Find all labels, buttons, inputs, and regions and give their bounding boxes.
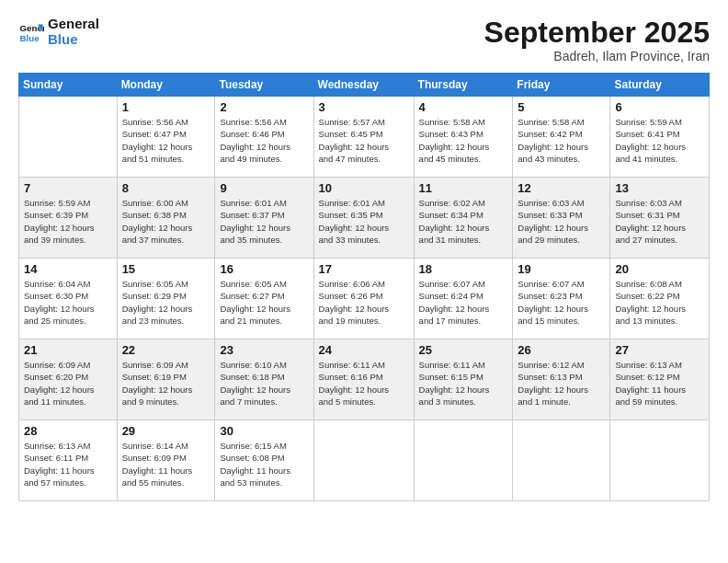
- calendar-cell: 3Sunrise: 5:57 AMSunset: 6:45 PMDaylight…: [313, 97, 414, 178]
- calendar-cell: 21Sunrise: 6:09 AMSunset: 6:20 PMDayligh…: [19, 339, 118, 420]
- day-number: 14: [24, 262, 112, 276]
- calendar-row-0: 1Sunrise: 5:56 AMSunset: 6:47 PMDaylight…: [19, 97, 710, 178]
- calendar-cell: 23Sunrise: 6:10 AMSunset: 6:18 PMDayligh…: [215, 339, 313, 420]
- calendar-cell: 9Sunrise: 6:01 AMSunset: 6:37 PMDaylight…: [215, 178, 313, 259]
- day-number: 15: [122, 262, 210, 276]
- calendar-cell: 17Sunrise: 6:06 AMSunset: 6:26 PMDayligh…: [313, 259, 414, 339]
- day-number: 10: [319, 181, 409, 195]
- day-info: Sunrise: 6:05 AMSunset: 6:27 PMDaylight:…: [220, 278, 308, 327]
- day-info: Sunrise: 6:13 AMSunset: 6:12 PMDaylight:…: [615, 359, 704, 408]
- day-info: Sunrise: 6:09 AMSunset: 6:20 PMDaylight:…: [24, 359, 112, 408]
- day-number: 9: [220, 181, 308, 195]
- day-info: Sunrise: 5:56 AMSunset: 6:46 PMDaylight:…: [220, 116, 308, 165]
- day-number: 26: [518, 343, 605, 357]
- day-info: Sunrise: 6:01 AMSunset: 6:37 PMDaylight:…: [220, 197, 308, 246]
- logo: General Blue General Blue: [18, 17, 99, 47]
- calendar-cell: 7Sunrise: 5:59 AMSunset: 6:39 PMDaylight…: [19, 178, 118, 259]
- calendar-cell: 6Sunrise: 5:59 AMSunset: 6:41 PMDaylight…: [610, 97, 710, 178]
- calendar-cell: 29Sunrise: 6:14 AMSunset: 6:09 PMDayligh…: [117, 420, 215, 501]
- header: General Blue General Blue September 2025…: [18, 17, 710, 63]
- calendar-cell: 24Sunrise: 6:11 AMSunset: 6:16 PMDayligh…: [313, 339, 414, 420]
- calendar-cell: 8Sunrise: 6:00 AMSunset: 6:38 PMDaylight…: [117, 178, 215, 259]
- day-number: 17: [319, 262, 409, 276]
- day-number: 24: [319, 343, 409, 357]
- calendar-row-3: 21Sunrise: 6:09 AMSunset: 6:20 PMDayligh…: [19, 339, 710, 420]
- day-number: 20: [615, 262, 704, 276]
- calendar-cell: 27Sunrise: 6:13 AMSunset: 6:12 PMDayligh…: [610, 339, 710, 420]
- header-cell-wednesday: Wednesday: [313, 74, 414, 97]
- calendar-cell: 15Sunrise: 6:05 AMSunset: 6:29 PMDayligh…: [117, 259, 215, 339]
- day-number: 25: [419, 343, 508, 357]
- calendar-cell: 13Sunrise: 6:03 AMSunset: 6:31 PMDayligh…: [610, 178, 710, 259]
- day-number: 5: [518, 100, 605, 114]
- calendar-row-4: 28Sunrise: 6:13 AMSunset: 6:11 PMDayligh…: [19, 420, 710, 501]
- day-number: 6: [615, 100, 704, 114]
- day-number: 30: [220, 424, 308, 438]
- calendar-cell: 11Sunrise: 6:02 AMSunset: 6:34 PMDayligh…: [414, 178, 513, 259]
- day-number: 8: [122, 181, 210, 195]
- day-info: Sunrise: 6:10 AMSunset: 6:18 PMDaylight:…: [220, 359, 308, 408]
- header-row: SundayMondayTuesdayWednesdayThursdayFrid…: [19, 74, 710, 97]
- day-number: 1: [122, 100, 210, 114]
- day-info: Sunrise: 6:14 AMSunset: 6:09 PMDaylight:…: [122, 440, 210, 488]
- day-number: 22: [122, 343, 210, 357]
- title-block: September 2025 Badreh, Ilam Province, Ir…: [484, 17, 710, 63]
- day-info: Sunrise: 6:06 AMSunset: 6:26 PMDaylight:…: [319, 278, 409, 327]
- calendar-cell: 4Sunrise: 5:58 AMSunset: 6:43 PMDaylight…: [414, 97, 513, 178]
- day-info: Sunrise: 5:57 AMSunset: 6:45 PMDaylight:…: [319, 116, 409, 165]
- calendar-cell: [610, 420, 710, 501]
- calendar-cell: 5Sunrise: 5:58 AMSunset: 6:42 PMDaylight…: [513, 97, 610, 178]
- day-info: Sunrise: 6:09 AMSunset: 6:19 PMDaylight:…: [122, 359, 210, 408]
- svg-text:Blue: Blue: [19, 32, 40, 42]
- calendar-table: SundayMondayTuesdayWednesdayThursdayFrid…: [18, 73, 710, 501]
- calendar-cell: 28Sunrise: 6:13 AMSunset: 6:11 PMDayligh…: [19, 420, 118, 501]
- calendar-cell: 18Sunrise: 6:07 AMSunset: 6:24 PMDayligh…: [414, 259, 513, 339]
- day-info: Sunrise: 6:07 AMSunset: 6:23 PMDaylight:…: [518, 278, 605, 327]
- calendar-cell: 16Sunrise: 6:05 AMSunset: 6:27 PMDayligh…: [215, 259, 313, 339]
- day-info: Sunrise: 6:08 AMSunset: 6:22 PMDaylight:…: [615, 278, 704, 327]
- header-cell-saturday: Saturday: [610, 74, 710, 97]
- calendar-cell: 2Sunrise: 5:56 AMSunset: 6:46 PMDaylight…: [215, 97, 313, 178]
- day-info: Sunrise: 5:56 AMSunset: 6:47 PMDaylight:…: [122, 116, 210, 165]
- calendar-cell: 1Sunrise: 5:56 AMSunset: 6:47 PMDaylight…: [117, 97, 215, 178]
- day-info: Sunrise: 6:00 AMSunset: 6:38 PMDaylight:…: [122, 197, 210, 246]
- day-info: Sunrise: 5:58 AMSunset: 6:43 PMDaylight:…: [419, 116, 508, 165]
- logo-icon: General Blue: [18, 19, 44, 45]
- calendar-cell: 30Sunrise: 6:15 AMSunset: 6:08 PMDayligh…: [215, 420, 313, 501]
- calendar-cell: [513, 420, 610, 501]
- location: Badreh, Ilam Province, Iran: [484, 49, 710, 63]
- header-cell-tuesday: Tuesday: [215, 74, 313, 97]
- day-info: Sunrise: 6:13 AMSunset: 6:11 PMDaylight:…: [24, 440, 112, 488]
- day-info: Sunrise: 6:04 AMSunset: 6:30 PMDaylight:…: [24, 278, 112, 327]
- calendar-cell: 26Sunrise: 6:12 AMSunset: 6:13 PMDayligh…: [513, 339, 610, 420]
- day-number: 18: [419, 262, 508, 276]
- day-info: Sunrise: 5:59 AMSunset: 6:39 PMDaylight:…: [24, 197, 112, 246]
- calendar-cell: 14Sunrise: 6:04 AMSunset: 6:30 PMDayligh…: [19, 259, 118, 339]
- day-number: 21: [24, 343, 112, 357]
- day-number: 3: [319, 100, 409, 114]
- day-info: Sunrise: 6:12 AMSunset: 6:13 PMDaylight:…: [518, 359, 605, 408]
- day-info: Sunrise: 5:58 AMSunset: 6:42 PMDaylight:…: [518, 116, 605, 165]
- day-info: Sunrise: 6:15 AMSunset: 6:08 PMDaylight:…: [220, 440, 308, 488]
- day-info: Sunrise: 6:11 AMSunset: 6:16 PMDaylight:…: [319, 359, 409, 408]
- page: General Blue General Blue September 2025…: [0, 0, 728, 563]
- day-info: Sunrise: 6:07 AMSunset: 6:24 PMDaylight:…: [419, 278, 508, 327]
- calendar-row-1: 7Sunrise: 5:59 AMSunset: 6:39 PMDaylight…: [19, 178, 710, 259]
- day-info: Sunrise: 6:01 AMSunset: 6:35 PMDaylight:…: [319, 197, 409, 246]
- logo-line2: Blue: [48, 32, 99, 48]
- header-cell-sunday: Sunday: [19, 74, 118, 97]
- day-number: 7: [24, 181, 112, 195]
- day-number: 12: [518, 181, 605, 195]
- day-number: 27: [615, 343, 704, 357]
- day-info: Sunrise: 6:05 AMSunset: 6:29 PMDaylight:…: [122, 278, 210, 327]
- calendar-cell: [19, 97, 118, 178]
- day-info: Sunrise: 6:11 AMSunset: 6:15 PMDaylight:…: [419, 359, 508, 408]
- header-cell-friday: Friday: [513, 74, 610, 97]
- day-info: Sunrise: 6:03 AMSunset: 6:33 PMDaylight:…: [518, 197, 605, 246]
- day-number: 16: [220, 262, 308, 276]
- calendar-row-2: 14Sunrise: 6:04 AMSunset: 6:30 PMDayligh…: [19, 259, 710, 339]
- day-number: 11: [419, 181, 508, 195]
- calendar-cell: [313, 420, 414, 501]
- day-info: Sunrise: 5:59 AMSunset: 6:41 PMDaylight:…: [615, 116, 704, 165]
- day-number: 29: [122, 424, 210, 438]
